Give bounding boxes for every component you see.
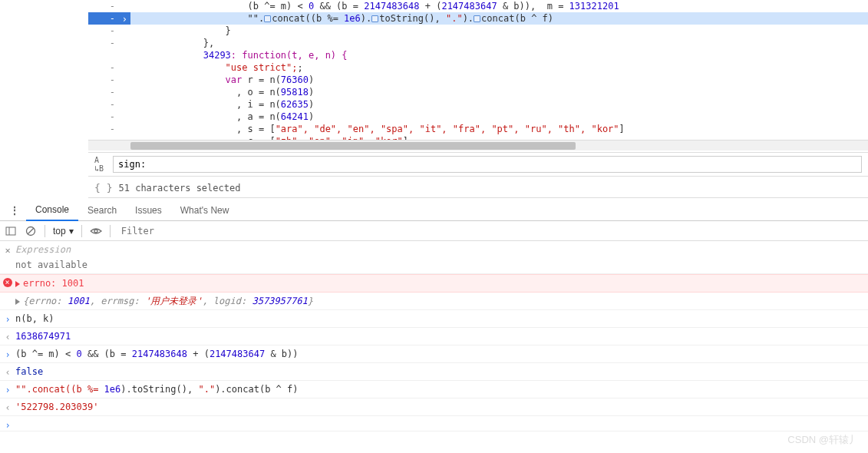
regex-icon[interactable]: A↳B: [94, 156, 107, 173]
console-area: ⋮ Console Search Issues What's New top ▾…: [0, 200, 868, 453]
input-arrow-icon: ›: [3, 313, 12, 326]
console-error-line[interactable]: errno: 1001: [0, 274, 868, 293]
input-arrow-icon: ›: [3, 419, 12, 432]
tab-console[interactable]: Console: [26, 200, 78, 221]
tab-whatsnew[interactable]: What's New: [171, 200, 239, 220]
error-icon: [3, 278, 12, 287]
braces-icon[interactable]: { }: [94, 182, 112, 193]
clear-console-icon[interactable]: [25, 225, 37, 237]
console-tabs: ⋮ Console Search Issues What's New: [0, 200, 868, 221]
output-arrow-icon: ‹: [3, 331, 12, 343]
code-line[interactable]: - , i = n(62635): [88, 98, 868, 111]
console-input-line[interactable]: ›n(b, k): [0, 310, 868, 328]
svg-line-3: [28, 228, 34, 234]
console-toolbar: top ▾: [0, 221, 868, 241]
source-code-panel: - (b ^= m) < 0 && (b = 2147483648 + (214…: [88, 0, 868, 150]
input-arrow-icon: ›: [3, 349, 12, 361]
context-selector[interactable]: top ▾: [53, 226, 74, 236]
status-text: 51 characters selected: [118, 183, 240, 193]
console-object-line[interactable]: {errno: 1001, errmsg: '用户未登录', logid: 35…: [0, 293, 868, 310]
search-input[interactable]: [113, 156, 862, 173]
scroll-thumb[interactable]: [130, 142, 576, 150]
console-output-line: ‹1638674971: [0, 328, 868, 346]
code-line[interactable]: - , s = ["ara", "de", "en", "spa", "it",…: [88, 123, 868, 135]
code-line[interactable]: - },: [88, 37, 868, 49]
console-output-line: ‹false: [0, 363, 868, 381]
output-arrow-icon: ‹: [3, 366, 12, 379]
svg-rect-0: [6, 227, 15, 235]
expression-value: not available: [15, 260, 87, 270]
watermark: CSDN @轩辕丿: [787, 433, 859, 447]
status-bar: { } 51 characters selected: [88, 178, 868, 198]
code-line[interactable]: - }: [88, 25, 868, 37]
code-line[interactable]: - var r = n(76360): [88, 74, 868, 86]
code-line[interactable]: - "use strict";;: [88, 61, 868, 74]
console-output-line: ‹'522798.203039': [0, 398, 868, 416]
more-tabs-icon[interactable]: ⋮: [3, 204, 26, 217]
input-arrow-icon: ›: [3, 384, 12, 396]
console-input-line[interactable]: ›"".concat((b %= 1e6).toString(), ".").c…: [0, 381, 868, 398]
expand-icon[interactable]: [15, 299, 20, 305]
tab-search[interactable]: Search: [78, 200, 126, 220]
code-line[interactable]: - , o = n(95818): [88, 86, 868, 98]
tab-issues[interactable]: Issues: [126, 200, 171, 220]
code-line-active[interactable]: -› "".concat((b %= 1e6).toString(), ".")…: [88, 12, 868, 25]
filter-input[interactable]: [118, 224, 863, 238]
console-input-line[interactable]: ›(b ^= m) < 0 && (b = 2147483648 + (2147…: [0, 346, 868, 363]
horizontal-scrollbar[interactable]: [88, 140, 868, 150]
search-bar: A↳B: [88, 152, 868, 177]
code-line[interactable]: - , a = n(64241): [88, 111, 868, 123]
code-line[interactable]: 34293: function(t, e, n) {: [88, 49, 868, 61]
svg-point-4: [94, 230, 97, 233]
sidebar-toggle-icon[interactable]: [5, 225, 17, 237]
expression-label: Expression: [15, 244, 71, 255]
output-arrow-icon: ‹: [3, 402, 12, 414]
close-icon[interactable]: ✕: [3, 244, 12, 256]
console-output: ✕Expression not available errno: 1001 {e…: [0, 241, 868, 432]
code-line[interactable]: - (b ^= m) < 0 && (b = 2147483648 + (214…: [88, 0, 868, 12]
eye-icon[interactable]: [90, 225, 102, 237]
console-prompt-line[interactable]: ›: [0, 416, 868, 432]
